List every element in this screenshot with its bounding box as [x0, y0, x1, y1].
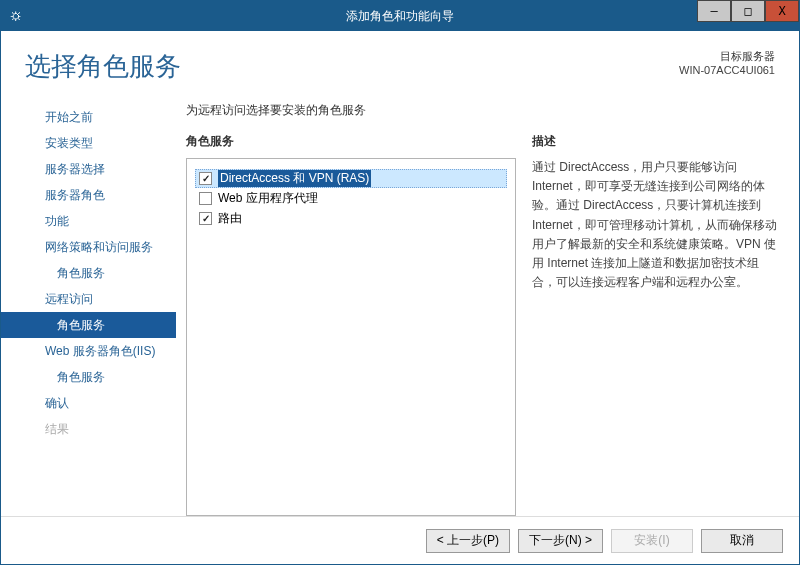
install-button: 安装(I) — [611, 529, 693, 553]
wizard-header: 选择角色服务 目标服务器 WIN-07ACC4UI061 — [1, 31, 799, 92]
target-server-label: 目标服务器 — [679, 49, 775, 64]
nav-item-2[interactable]: 服务器选择 — [1, 156, 176, 182]
nav-item-10[interactable]: 角色服务 — [1, 364, 176, 390]
description-header: 描述 — [532, 133, 783, 150]
content-columns: 角色服务 DirectAccess 和 VPN (RAS)Web 应用程序代理路… — [186, 133, 783, 516]
nav-item-3[interactable]: 服务器角色 — [1, 182, 176, 208]
role-checkbox-2[interactable] — [199, 212, 212, 225]
wizard-content: 为远程访问选择要安装的角色服务 角色服务 DirectAccess 和 VPN … — [176, 92, 787, 516]
wizard-main: 开始之前安装类型服务器选择服务器角色功能网络策略和访问服务角色服务远程访问角色服… — [1, 92, 799, 516]
role-label-1: Web 应用程序代理 — [218, 190, 318, 207]
app-icon: ⛭ — [9, 8, 23, 24]
nav-item-11[interactable]: 确认 — [1, 390, 176, 416]
nav-item-9[interactable]: Web 服务器角色(IIS) — [1, 338, 176, 364]
description-text: 通过 DirectAccess，用户只要能够访问 Internet，即可享受无缝… — [532, 158, 783, 292]
role-label-0: DirectAccess 和 VPN (RAS) — [218, 170, 371, 187]
role-checkbox-1[interactable] — [199, 192, 212, 205]
role-item-0[interactable]: DirectAccess 和 VPN (RAS) — [195, 169, 507, 188]
titlebar: ⛭ 添加角色和功能向导 — □ X — [1, 1, 799, 31]
prev-button[interactable]: < 上一步(P) — [426, 529, 510, 553]
role-item-1[interactable]: Web 应用程序代理 — [195, 189, 507, 208]
role-label-2: 路由 — [218, 210, 242, 227]
nav-item-7[interactable]: 远程访问 — [1, 286, 176, 312]
role-item-2[interactable]: 路由 — [195, 209, 507, 228]
nav-item-8[interactable]: 角色服务 — [1, 312, 176, 338]
nav-item-0[interactable]: 开始之前 — [1, 104, 176, 130]
cancel-button[interactable]: 取消 — [701, 529, 783, 553]
role-checkbox-0[interactable] — [199, 172, 212, 185]
nav-item-5[interactable]: 网络策略和访问服务 — [1, 234, 176, 260]
next-button[interactable]: 下一步(N) > — [518, 529, 603, 553]
nav-item-12: 结果 — [1, 416, 176, 442]
target-server: 目标服务器 WIN-07ACC4UI061 — [679, 49, 775, 84]
window-title: 添加角色和功能向导 — [346, 8, 454, 25]
page-title: 选择角色服务 — [25, 49, 181, 84]
close-button[interactable]: X — [765, 0, 799, 22]
roles-header: 角色服务 — [186, 133, 516, 150]
wizard-footer: < 上一步(P) 下一步(N) > 安装(I) 取消 — [1, 516, 799, 564]
wizard-body: 选择角色服务 目标服务器 WIN-07ACC4UI061 开始之前安装类型服务器… — [1, 31, 799, 564]
content-subtitle: 为远程访问选择要安装的角色服务 — [186, 102, 783, 119]
wizard-window: ⛭ 添加角色和功能向导 — □ X 选择角色服务 目标服务器 WIN-07ACC… — [0, 0, 800, 565]
minimize-button[interactable]: — — [697, 0, 731, 22]
nav-item-6[interactable]: 角色服务 — [1, 260, 176, 286]
wizard-nav: 开始之前安装类型服务器选择服务器角色功能网络策略和访问服务角色服务远程访问角色服… — [1, 92, 176, 516]
nav-item-1[interactable]: 安装类型 — [1, 130, 176, 156]
window-buttons: — □ X — [697, 1, 799, 31]
nav-item-4[interactable]: 功能 — [1, 208, 176, 234]
roles-column: 角色服务 DirectAccess 和 VPN (RAS)Web 应用程序代理路… — [186, 133, 516, 516]
roles-tree[interactable]: DirectAccess 和 VPN (RAS)Web 应用程序代理路由 — [186, 158, 516, 516]
maximize-button[interactable]: □ — [731, 0, 765, 22]
target-server-value: WIN-07ACC4UI061 — [679, 64, 775, 76]
description-column: 描述 通过 DirectAccess，用户只要能够访问 Internet，即可享… — [532, 133, 783, 516]
